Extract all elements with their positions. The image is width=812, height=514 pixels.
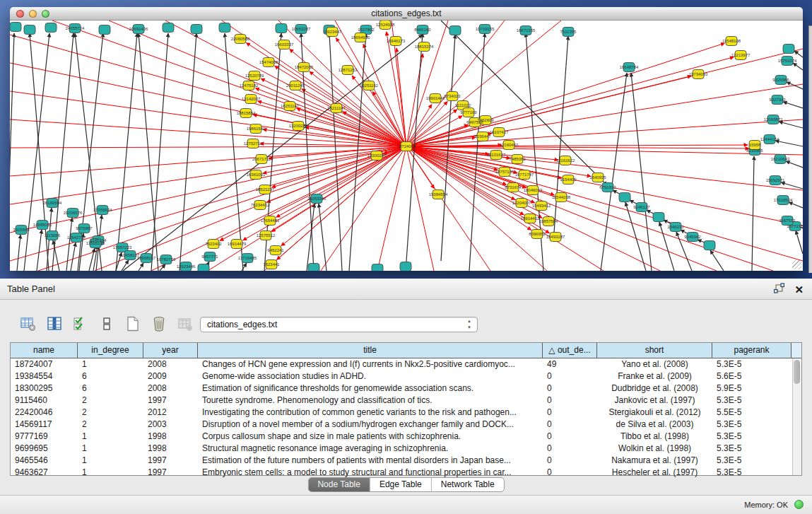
table-settings-button[interactable] [20,315,37,332]
graph-node[interactable] [400,262,411,271]
graph-node[interactable] [276,24,287,33]
graph-node[interactable] [308,264,319,271]
table-row[interactable]: 1938455462009Genome-wide association stu… [11,370,801,382]
table-cell[interactable]: 1 [78,467,143,479]
graph-node[interactable] [24,25,35,35]
table-row[interactable]: 911546021997Tourette syndrome. Phenomeno… [11,395,801,407]
graph-node[interactable] [219,23,230,33]
table-cell[interactable]: 2 [78,419,143,431]
network-canvas[interactable]: 2405572420691406106532871527802846616010… [10,21,803,271]
table-cell[interactable]: 0 [543,455,597,467]
table-cell[interactable]: 2009 [143,370,198,382]
table-cell[interactable]: 1998 [143,431,198,443]
table-cell[interactable]: 2 [78,395,143,407]
column-header-in-degree[interactable]: in_degree [78,343,143,358]
graph-node[interactable] [10,23,21,32]
table-cell[interactable]: 9463627 [11,467,78,479]
table-row[interactable]: 946554611997Estimation of the future num… [11,455,801,467]
table-cell[interactable]: Estimation of significance thresholds fo… [198,382,543,395]
table-row[interactable]: 1830029562008Estimation of significance … [11,382,801,395]
table-cell[interactable]: 1997 [143,395,198,407]
table-cell[interactable]: Hescheler et al. (1997) [597,467,712,479]
graph-node[interactable] [372,264,383,271]
table-cell[interactable]: 1 [78,443,143,455]
graph-node[interactable] [783,45,794,54]
table-cell[interactable]: Corpus callosum shape and size in male p… [198,431,543,443]
table-cell[interactable]: 1 [78,358,143,370]
column-header-out-degree[interactable]: △ out_de... [543,343,597,358]
table-cell[interactable]: Disruption of a novel member of a sodium… [198,419,543,431]
graph-node[interactable] [163,23,174,33]
table-cell[interactable]: 6 [78,382,143,395]
import-table-button-disabled[interactable] [177,315,194,332]
delete-table-button[interactable] [151,315,167,332]
table-cell[interactable]: Dudbridge et al. (2008) [597,382,712,395]
table-vertical-scrollbar[interactable] [792,358,801,475]
float-window-icon[interactable] [774,283,784,296]
table-cell[interactable]: 5.3E-5 [712,443,792,455]
table-cell[interactable]: 5.3E-5 [712,419,792,431]
table-cell[interactable]: 9777169 [11,431,78,443]
table-cell[interactable]: 0 [543,467,597,479]
tab-network-table[interactable]: Network Table [432,478,504,491]
network-view-window[interactable]: citations_edges.txt 24055724206914061065… [10,7,803,271]
column-header-title[interactable]: title [198,343,543,358]
table-cell[interactable]: 1997 [143,467,198,479]
table-cell[interactable]: 0 [543,370,597,382]
column-header-name[interactable]: name [11,343,78,358]
graph-node[interactable] [99,25,110,35]
graph-node[interactable] [704,241,715,250]
table-row[interactable]: 1456911722003Disruption of a novel membe… [11,419,801,431]
graph-node[interactable] [45,23,57,33]
graph-node[interactable] [449,26,461,35]
citation-graph[interactable]: 2405572420691406106532871527802846616010… [10,21,803,271]
table-cell[interactable]: Tibbo et al. (1998) [597,431,712,443]
graph-node[interactable] [619,193,630,202]
table-cell[interactable]: Genome-wide association studies in ADHD. [198,370,543,382]
table-cell[interactable]: 2012 [143,407,198,419]
table-cell[interactable]: 5.9E-5 [712,382,792,395]
cell-format-button[interactable] [98,315,115,332]
table-cell[interactable]: Franke et al. (2009) [597,370,712,382]
new-table-button[interactable] [124,315,141,332]
table-cell[interactable]: 9699695 [11,443,78,455]
table-cell[interactable]: 0 [543,431,597,443]
graph-node[interactable] [198,264,209,271]
close-panel-icon[interactable]: ✕ [794,284,804,295]
table-cell[interactable]: 2008 [143,382,198,395]
table-cell[interactable]: 18300295 [11,382,78,395]
table-cell[interactable]: Jankovic et al. (1997) [597,395,712,407]
table-cell[interactable]: 0 [543,382,597,395]
table-cell[interactable]: 5.6E-5 [712,370,792,382]
table-cell[interactable]: 1998 [143,443,198,455]
table-cell[interactable]: 9115460 [11,395,78,407]
table-cell[interactable]: 0 [543,395,597,407]
table-cell[interactable]: 5.3E-5 [712,467,792,479]
table-cell[interactable]: 14569117 [11,419,78,431]
table-row[interactable]: 977716911998Corpus callosum shape and si… [11,431,801,443]
network-window-titlebar[interactable]: citations_edges.txt [10,7,803,21]
table-cell[interactable]: 6 [78,370,143,382]
table-cell[interactable]: 49 [543,358,597,370]
column-header-year[interactable]: year [143,343,198,358]
table-cell[interactable]: 9465546 [11,455,78,467]
table-cell[interactable]: 1997 [143,455,198,467]
table-cell[interactable]: 19384554 [11,370,78,382]
table-cell[interactable]: 22420046 [11,407,78,419]
table-cell[interactable]: Tourette syndrome. Phenomenology and cla… [198,395,543,407]
column-header-short[interactable]: short [597,343,712,358]
table-cell[interactable]: 0 [543,407,597,419]
tab-node-table[interactable]: Node Table [308,478,370,491]
table-cell[interactable]: Nakamura et al. (1997) [597,455,712,467]
table-row[interactable]: 1872400712008Changes of HCN gene express… [11,358,801,370]
table-cell[interactable]: 18724007 [11,358,78,370]
graph-node[interactable] [191,25,202,34]
table-cell[interactable]: 5.3E-5 [712,431,792,443]
select-rows-button[interactable] [72,315,89,332]
table-selector[interactable]: citations_edges.txt ▲▼ [200,317,478,332]
table-cell[interactable]: Wolkin et al. (1998) [597,443,712,455]
table-cell[interactable]: 1 [78,431,143,443]
table-cell[interactable]: de Silva et al. (2003) [597,419,712,431]
table-cell[interactable]: Stergiakouli et al. (2012) [597,407,712,419]
table-cell[interactable]: Yano et al. (2008) [597,358,712,370]
